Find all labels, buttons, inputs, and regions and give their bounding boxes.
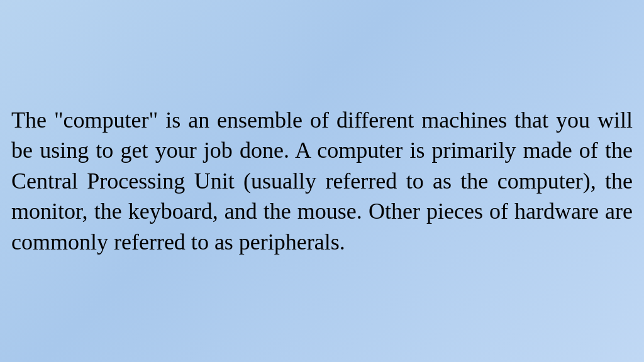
slide-container: The "computer" is an ensemble of differe… [0,0,644,362]
main-paragraph: The "computer" is an ensemble of differe… [11,105,633,258]
